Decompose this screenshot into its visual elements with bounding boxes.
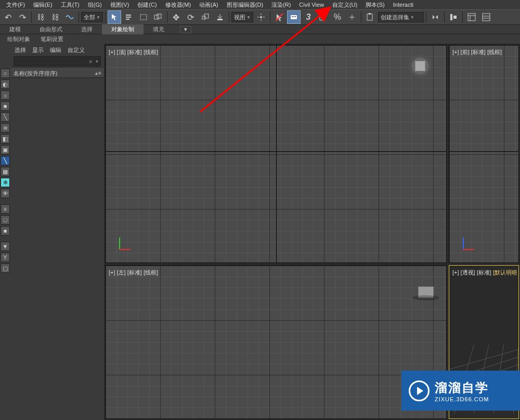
- sort-type-icon[interactable]: □: [1, 215, 10, 225]
- viewcube-icon[interactable]: [418, 286, 434, 298]
- percent-snap-button[interactable]: [331, 10, 344, 24]
- move-button[interactable]: [170, 10, 183, 24]
- chevron-down-icon[interactable]: ▾: [96, 59, 98, 64]
- mirror-button[interactable]: [428, 10, 442, 24]
- selection-filter-dropdown[interactable]: 全部 ▼: [81, 12, 103, 22]
- left-panel: ○ ◐ ☼ ■ ╲ ≋ ◧ ▣ ╲ ▦ ❄ 👁 ≡ □ ■ ▼ Y ▢ 选择 显…: [0, 44, 104, 420]
- display-hidden-icon[interactable]: 👁: [1, 189, 10, 198]
- menu-bar: 文件(F) 编辑(E) 工具(T) 组(G) 视图(V) 创建(C) 修改器(M…: [0, 0, 520, 9]
- scene-tab-select[interactable]: 选择: [15, 46, 26, 54]
- sync-selection-icon[interactable]: Y: [1, 253, 10, 262]
- viewcube-icon[interactable]: [408, 54, 433, 78]
- lock-selection-icon[interactable]: ▢: [1, 264, 10, 273]
- select-object-button[interactable]: [108, 10, 121, 24]
- scene-filter-input[interactable]: × ▾: [14, 56, 101, 67]
- menu-graph-editors[interactable]: 图形编辑器(D): [223, 0, 267, 10]
- placement-button[interactable]: [213, 10, 227, 24]
- keyboard-shortcut-override-button[interactable]: [287, 10, 301, 24]
- svg-rect-0: [126, 15, 131, 16]
- ribbon-sub-paint-objects[interactable]: 绘制对象: [2, 34, 35, 44]
- toggle-scene-explorer-button[interactable]: [465, 10, 478, 24]
- display-frozen-icon[interactable]: ❄: [1, 178, 10, 187]
- select-by-name-button[interactable]: [122, 10, 136, 24]
- use-pivot-center-button[interactable]: [254, 10, 268, 24]
- viewport-left[interactable]: [+] [左] [标准] [线框]: [105, 265, 447, 419]
- scene-tab-edit[interactable]: 编辑: [50, 46, 61, 54]
- link-button[interactable]: [34, 10, 47, 24]
- menu-script[interactable]: 脚本(S): [361, 0, 389, 10]
- display-shapes-icon[interactable]: ◐: [1, 80, 10, 89]
- svg-rect-8: [217, 19, 223, 20]
- display-helpers-icon[interactable]: ╲: [1, 112, 10, 122]
- display-lights-icon[interactable]: ☼: [1, 90, 10, 100]
- window-crossing-button[interactable]: [151, 10, 165, 24]
- ribbon-tab-freeform[interactable]: 自由形式: [30, 24, 72, 34]
- clear-filter-icon[interactable]: ×: [88, 58, 93, 65]
- menu-modifiers[interactable]: 修改器(M): [161, 0, 196, 10]
- ribbon-tab-selection[interactable]: 选择: [72, 24, 102, 34]
- scene-column-header[interactable]: 名称(按升序排序) ▲❄: [10, 69, 104, 78]
- viewport-left-label[interactable]: [+] [左] [标准] [线框]: [109, 269, 158, 277]
- unlink-button[interactable]: [48, 10, 62, 24]
- chevron-down-icon: ▼: [246, 15, 251, 20]
- menu-civil-view[interactable]: Civil View: [295, 1, 328, 9]
- viewport-top-label[interactable]: [+] [顶] [标准] [线框]: [109, 48, 158, 56]
- ribbon-tab-object-paint[interactable]: 对象绘制: [102, 24, 144, 34]
- angle-snap-button[interactable]: [316, 10, 330, 24]
- scene-tab-display[interactable]: 显示: [32, 46, 44, 54]
- menu-rendering[interactable]: 渲染(R): [267, 0, 295, 10]
- svg-rect-6: [202, 16, 205, 19]
- scene-tab-customize[interactable]: 自定义: [68, 46, 85, 54]
- rotate-button[interactable]: [184, 10, 198, 24]
- edit-named-selection-button[interactable]: [363, 10, 377, 24]
- display-groups-icon[interactable]: ◧: [1, 134, 10, 143]
- toggle-layer-explorer-button[interactable]: [479, 10, 493, 24]
- svg-rect-4: [154, 15, 159, 19]
- scene-explorer: 选择 显示 编辑 自定义 × ▾ 名称(按升序排序) ▲❄: [10, 44, 104, 420]
- ribbon-sub-brush-settings[interactable]: 笔刷设置: [35, 34, 69, 44]
- svg-point-9: [260, 16, 262, 18]
- spinner-snap-button[interactable]: [345, 10, 359, 24]
- rectangular-region-button[interactable]: [137, 10, 150, 24]
- display-bone-icon[interactable]: ╲: [1, 156, 10, 165]
- watermark-logo-icon: [409, 380, 430, 401]
- svg-rect-19: [468, 14, 475, 21]
- display-spacewarps-icon[interactable]: ≋: [1, 123, 10, 133]
- viewport-perspective-label[interactable]: [+] [透视] [标准] [默认明暗: [452, 269, 517, 277]
- viewport-top[interactable]: [+] [顶] [标准] [线框]: [105, 45, 447, 263]
- svg-rect-22: [483, 14, 490, 21]
- display-xrefs-icon[interactable]: ▣: [1, 145, 10, 154]
- display-containers-icon[interactable]: ▦: [1, 167, 10, 176]
- menu-animation[interactable]: 动画(A): [195, 0, 223, 10]
- viewport-front[interactable]: [+] [前] [标准] [线框]: [449, 45, 519, 263]
- ribbon-tab-populate[interactable]: 填充: [144, 24, 174, 34]
- axis-gizmo-icon: [460, 233, 478, 252]
- filter-selected-icon[interactable]: ▼: [1, 242, 10, 251]
- named-selection-dropdown[interactable]: 创建选择集 ▼: [378, 12, 424, 22]
- viewport-front-label[interactable]: [+] [前] [标准] [线框]: [452, 48, 502, 56]
- menu-edit[interactable]: 编辑(E): [29, 0, 57, 10]
- sort-alpha-icon[interactable]: ≡: [1, 204, 10, 214]
- bind-spacewarp-button[interactable]: [63, 10, 76, 24]
- menu-create[interactable]: 创建(C): [133, 0, 161, 10]
- snaps-toggle-button[interactable]: 3: [302, 10, 315, 24]
- menu-interactive[interactable]: Interacti: [389, 1, 418, 9]
- ribbon-expand-icon[interactable]: ▾: [180, 26, 191, 33]
- svg-rect-18: [453, 16, 457, 19]
- menu-file[interactable]: 文件(F): [2, 0, 29, 10]
- ribbon-tab-model[interactable]: 建模: [0, 24, 30, 34]
- undo-button[interactable]: [1, 10, 15, 24]
- sort-color-icon[interactable]: ■: [1, 226, 10, 235]
- select-manipulate-button[interactable]: [272, 10, 286, 24]
- align-button[interactable]: [447, 10, 460, 24]
- scale-button[interactable]: [199, 10, 212, 24]
- redo-button[interactable]: [16, 10, 29, 24]
- svg-rect-1: [126, 17, 131, 18]
- menu-tools[interactable]: 工具(T): [57, 0, 84, 10]
- menu-group[interactable]: 组(G): [84, 0, 106, 10]
- menu-customize[interactable]: 自定义(U): [328, 0, 361, 10]
- display-cameras-icon[interactable]: ■: [1, 101, 10, 111]
- reference-coord-dropdown[interactable]: 视图 ▼: [231, 12, 253, 22]
- menu-views[interactable]: 视图(V): [106, 0, 134, 10]
- display-geometry-icon[interactable]: ○: [1, 69, 10, 78]
